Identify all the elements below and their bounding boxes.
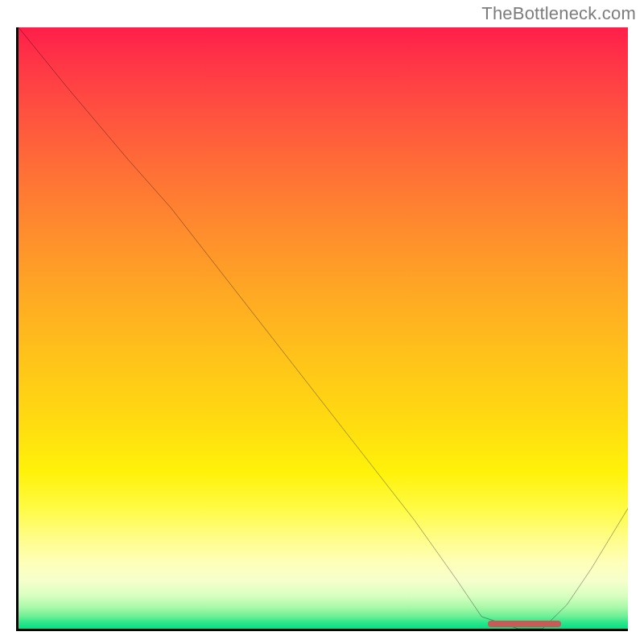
chart-container: TheBottleneck.com — [0, 0, 644, 644]
plot-area — [16, 27, 628, 631]
minimum-marker — [488, 621, 561, 627]
watermark-text: TheBottleneck.com — [481, 3, 636, 24]
gradient-background — [19, 27, 628, 629]
